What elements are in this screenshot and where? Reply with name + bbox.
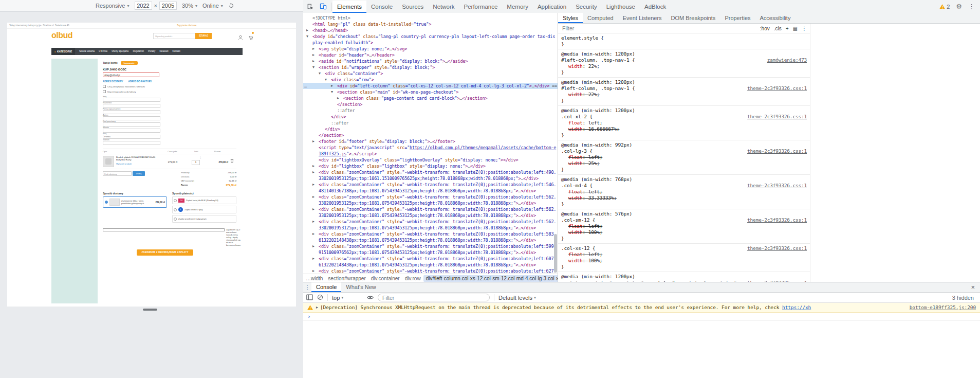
dom-tree-node[interactable]: ▸<div class="zoomContainer" style="-webk…	[303, 182, 558, 194]
field-input[interactable]	[103, 141, 160, 145]
clear-console-icon[interactable]	[317, 293, 323, 302]
dom-tree-node[interactable]: ▸<div class="zoomContainer" style="-webk…	[303, 243, 558, 256]
collapse-arrow-icon[interactable]: ▾	[312, 64, 315, 70]
viewport-height-input[interactable]	[159, 2, 177, 10]
node-options-icon[interactable]: …	[304, 83, 307, 89]
rule-selector[interactable]: theme-2c3f93326.css:1.col-xs-12 {	[561, 245, 807, 251]
dom-tree-node[interactable]: <!DOCTYPE html>	[303, 15, 558, 21]
live-expression-eye-icon[interactable]	[367, 293, 374, 302]
css-property[interactable]: float: left;	[561, 223, 807, 229]
checkbox-icon[interactable]	[103, 228, 225, 231]
css-property[interactable]: float: left;	[561, 154, 807, 160]
stylesheet-link[interactable]: theme-2c3f93326.css:1	[747, 85, 807, 92]
drawer-tab-console[interactable]: Console	[311, 282, 341, 292]
view-product-link[interactable]: Wyświetl produkt	[116, 163, 159, 165]
viewport-width-input[interactable]	[135, 2, 152, 10]
dom-tree-node[interactable]: ▸<svg style="display: none;">…</svg>	[303, 46, 558, 52]
stylesheet-link[interactable]: theme-2c3f93326.css:1	[747, 183, 807, 189]
nav-item[interactable]: Strona Główna	[79, 48, 95, 55]
dom-tree-node[interactable]: ▸<section class="page-content card card-…	[303, 95, 558, 101]
sidebar-tab-accessibility[interactable]: Accessibility	[755, 13, 796, 23]
device-mode-dropdown[interactable]: Responsive▾	[96, 3, 130, 9]
stylesheet-link[interactable]: zamówienie:473	[767, 57, 807, 63]
invoice-checkbox-row[interactable]: Użyj innego adresu do faktury	[103, 90, 236, 93]
place-order-button[interactable]: ZAMAWIAM Z OBOWIĄZKIEM ZAPŁATY	[137, 249, 193, 256]
dom-tree-node[interactable]: <script type="text/javascript" src="http…	[303, 145, 558, 157]
dom-tree-node[interactable]: <div id="lightboxOverlay" class="lightbo…	[303, 157, 558, 163]
devtools-tab-adblock[interactable]: AdBlock	[640, 1, 671, 13]
drawer-menu-icon[interactable]: ⋮	[303, 284, 311, 291]
nav-item[interactable]: O Firmie	[99, 48, 107, 55]
rule-selector[interactable]: element.style {	[561, 35, 807, 41]
element-state-button[interactable]: :hov	[760, 26, 770, 31]
rule-selector[interactable]: theme-2c3f93326.css:1.col-md-4 {	[561, 183, 807, 189]
stylesheet-link[interactable]: theme-2c3f93326.css:1	[747, 148, 807, 154]
dom-tree-node[interactable]: ▾<body id="checkout" class="lang-pl coun…	[303, 33, 558, 46]
radio-icon[interactable]	[174, 218, 177, 221]
expand-arrow-icon[interactable]: ▸	[312, 231, 315, 237]
expand-arrow-icon[interactable]: ▸	[306, 27, 308, 33]
collapse-arrow-icon[interactable]: ▾	[325, 77, 327, 83]
new-style-rule-button[interactable]: +	[786, 26, 789, 31]
payment-option-row[interactable]: tZapłać online z tpay	[172, 206, 236, 213]
devtools-tab-sources[interactable]: Sources	[397, 1, 428, 13]
dom-tree-node[interactable]: </div>	[303, 114, 558, 120]
devtools-tab-lighthouse[interactable]: Lighthouse	[602, 1, 640, 13]
issues-warning-badge[interactable]: 2	[939, 4, 950, 10]
dom-tree-node[interactable]: ▸<div class="zoomContainer" style="-webk…	[303, 169, 558, 182]
devtools-tab-performance[interactable]: Performance	[459, 1, 503, 13]
expand-arrow-icon[interactable]: ▸	[312, 194, 315, 200]
stepper-buttons[interactable]: +−	[200, 156, 201, 160]
dom-tree-node[interactable]: ▸<header id="header">…</header>	[303, 52, 558, 58]
devtools-tab-elements[interactable]: Elements	[332, 1, 366, 13]
devtools-tab-console[interactable]: Console	[366, 1, 397, 13]
expand-arrow-icon[interactable]: ▸	[312, 182, 315, 188]
sidebar-tab-styles[interactable]: Styles	[558, 13, 583, 23]
expand-arrow-icon[interactable]: ▸	[316, 304, 318, 311]
drawer-tab-what-s-new[interactable]: What's New	[341, 282, 380, 292]
devtools-tab-network[interactable]: Network	[428, 1, 459, 13]
rotate-viewport-button[interactable]	[228, 3, 234, 9]
email-field[interactable]: sklep@olbud.pl	[103, 73, 159, 77]
dom-tree-node[interactable]: </section>	[303, 101, 558, 107]
css-property[interactable]: float: left;	[561, 189, 807, 195]
console-filter-input[interactable]	[378, 294, 490, 301]
sidebar-tab-event-listeners[interactable]: Event Listeners	[618, 13, 667, 23]
sidebar-tab-computed[interactable]: Computed	[583, 13, 618, 23]
console-warning-message[interactable]: ▸ [Deprecation] Synchronous XMLHttpReque…	[303, 303, 980, 313]
more-options-icon[interactable]: ⋮	[968, 3, 975, 10]
nav-item[interactable]: Kontakt	[172, 48, 180, 55]
collapse-arrow-icon[interactable]: ▾	[331, 89, 333, 95]
delivery-option-card[interactable]: Zamówienie kilku / wielu produktów gabar…	[103, 196, 167, 208]
tab-invoice-address[interactable]: ADRES DO FAKTURY	[128, 80, 152, 83]
console-prompt[interactable]: ›	[303, 313, 980, 321]
tab-delivery-address[interactable]: ADRES DOSTAWY	[103, 80, 123, 83]
stylesheet-link[interactable]: theme-2c3f93326.css:1	[747, 114, 807, 120]
settings-gear-icon[interactable]: ⚙	[956, 3, 962, 10]
dom-tree-scrollbar[interactable]	[553, 13, 558, 274]
collapse-arrow-icon[interactable]: ▾	[319, 70, 321, 77]
nav-item[interactable]: Regulamin	[133, 48, 144, 55]
voucher-add-button[interactable]: Dodaj	[133, 171, 145, 176]
dom-tree-node[interactable]: ::after	[303, 107, 558, 114]
zoom-dropdown[interactable]: 30%▾	[182, 3, 197, 9]
expand-arrow-icon[interactable]: ▸	[312, 46, 315, 52]
css-property[interactable]: width: 22%;	[561, 92, 807, 98]
checkbox-icon[interactable]	[103, 85, 106, 88]
dom-tree-node[interactable]: </div>	[303, 126, 558, 132]
dom-tree-node[interactable]: ▸<head>…</head>	[303, 27, 558, 33]
devtools-tab-memory[interactable]: Memory	[502, 1, 533, 13]
payment-option-row[interactable]: Zapłać przelewem tradycyjnym	[172, 215, 236, 223]
message-source-link[interactable]: bottom-e189ff325.js:200	[910, 304, 976, 311]
breadcrumb-item[interactable]: …width	[303, 275, 325, 282]
site-search-button[interactable]: SZUKAJ	[195, 33, 212, 39]
dom-tree-node[interactable]: ▸…<div id="left-column" class="col-xs-12…	[303, 83, 558, 89]
quantity-stepper[interactable]: 1	[192, 160, 200, 165]
expand-arrow-icon[interactable]: ▸	[312, 58, 315, 64]
sidebar-tab-dom-breakpoints[interactable]: DOM Breakpoints	[667, 13, 720, 23]
expand-arrow-icon[interactable]: ▸	[312, 256, 315, 262]
site-logo[interactable]: olbud	[51, 31, 72, 40]
breadcrumb-item[interactable]: div.row	[402, 275, 423, 282]
rule-selector[interactable]: theme-2c3f93326.css:1.col-lg-3 {	[561, 148, 807, 154]
toggle-device-toolbar-button[interactable]	[317, 1, 330, 13]
